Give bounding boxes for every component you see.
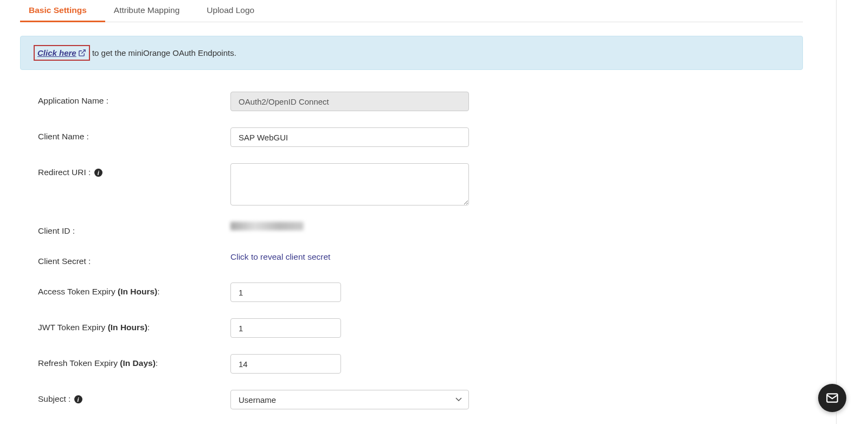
- input-refresh-token-expiry[interactable]: [230, 354, 341, 374]
- settings-form: Application Name : Client Name : Redirec…: [20, 92, 803, 424]
- label-client-secret: Client Secret :: [38, 252, 230, 266]
- info-icon[interactable]: i: [74, 395, 82, 403]
- tabs-bar: Basic Settings Attribute Mapping Upload …: [20, 0, 803, 22]
- banner-suffix-text: to get the miniOrange OAuth Endpoints.: [90, 48, 236, 57]
- row-access-token-expiry: Access Token Expiry (In Hours):: [38, 282, 803, 302]
- click-here-highlight-box: Click here: [34, 45, 90, 61]
- label-redirect-uri: Redirect URI : i: [38, 163, 230, 177]
- input-client-name[interactable]: [230, 127, 469, 147]
- info-icon[interactable]: i: [94, 169, 102, 177]
- label-access-token-expiry: Access Token Expiry (In Hours):: [38, 282, 230, 297]
- row-client-secret: Client Secret : Click to reveal client s…: [38, 252, 803, 266]
- click-here-text: Click here: [37, 48, 76, 57]
- blurred-client-id: [230, 222, 304, 230]
- click-here-link[interactable]: Click here: [37, 48, 86, 57]
- row-client-id: Client ID :: [38, 222, 803, 236]
- input-access-token-expiry[interactable]: [230, 282, 341, 302]
- textarea-redirect-uri[interactable]: [230, 163, 469, 205]
- row-jwt-token-expiry: JWT Token Expiry (In Hours):: [38, 318, 803, 338]
- row-application-name: Application Name :: [38, 92, 803, 111]
- right-divider: [836, 0, 837, 424]
- label-refresh-token-expiry: Refresh Token Expiry (In Days):: [38, 354, 230, 368]
- input-application-name: [230, 92, 469, 111]
- label-jwt-token-expiry: JWT Token Expiry (In Hours):: [38, 318, 230, 332]
- row-refresh-token-expiry: Refresh Token Expiry (In Days):: [38, 354, 803, 374]
- row-subject: Subject : i Username: [38, 390, 803, 409]
- svg-line-0: [81, 50, 85, 54]
- tab-attribute-mapping[interactable]: Attribute Mapping: [105, 0, 198, 22]
- value-client-id: [230, 222, 304, 232]
- oauth-endpoints-banner: Click here to get the miniOrange OAuth E…: [20, 36, 803, 70]
- label-application-name: Application Name :: [38, 92, 230, 106]
- reveal-client-secret-link[interactable]: Click to reveal client secret: [230, 252, 330, 262]
- row-client-name: Client Name :: [38, 127, 803, 147]
- mail-icon: [825, 391, 839, 405]
- label-client-id: Client ID :: [38, 222, 230, 236]
- label-client-name: Client Name :: [38, 127, 230, 142]
- tab-upload-logo[interactable]: Upload Logo: [198, 0, 273, 22]
- chat-widget-button[interactable]: [818, 384, 846, 412]
- label-subject: Subject : i: [38, 390, 230, 404]
- tab-basic-settings[interactable]: Basic Settings: [20, 0, 105, 22]
- row-redirect-uri: Redirect URI : i: [38, 163, 803, 205]
- external-link-icon: [78, 49, 86, 57]
- select-subject[interactable]: Username: [230, 390, 469, 409]
- input-jwt-token-expiry[interactable]: [230, 318, 341, 338]
